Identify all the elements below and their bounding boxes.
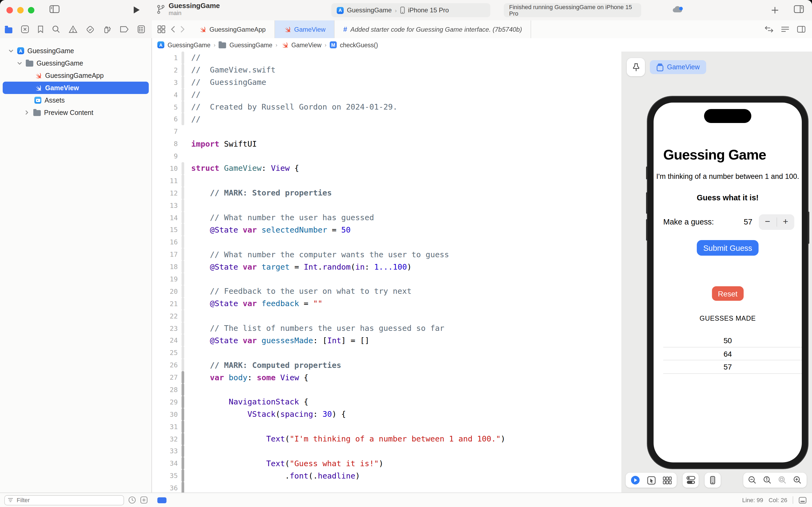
code-editor[interactable]: 1//2// GameView.swift3// GuessingGame4//… (152, 52, 621, 493)
code-line[interactable]: 14 // What number the user has guessed (152, 211, 621, 224)
toggle-bottom-panel-icon[interactable] (799, 497, 807, 504)
code-line[interactable]: 1// (152, 52, 621, 64)
stepper-decrement-button[interactable]: − (759, 216, 776, 227)
line-number[interactable]: 27 (152, 373, 178, 381)
chevron-down-icon[interactable] (7, 49, 14, 52)
zoom-window-button[interactable] (28, 7, 35, 13)
code-line[interactable]: 24 @State var guessesMade: [Int] = [] (152, 334, 621, 347)
line-number[interactable]: 2 (152, 66, 178, 74)
chevron-right-icon[interactable] (23, 110, 30, 115)
zoom-out-icon[interactable] (748, 476, 757, 485)
code-line[interactable]: 35 .font(.headline) (152, 470, 621, 482)
code-line[interactable]: 2// GameView.swift (152, 64, 621, 76)
line-number[interactable]: 7 (152, 127, 178, 135)
line-number[interactable]: 35 (152, 471, 178, 480)
code-line[interactable]: 33 (152, 445, 621, 457)
recent-files-icon[interactable] (128, 496, 136, 504)
code-line[interactable]: 19 (152, 273, 621, 285)
code-line[interactable]: 23 // The list of numbers the user has g… (152, 322, 621, 334)
code-line[interactable]: 13 (152, 199, 621, 211)
code-line[interactable]: 21 @State var feedback = "" (152, 297, 621, 310)
tree-item-guessinggameapp[interactable]: GuessingGameApp (0, 69, 152, 81)
preview-tab-gameview[interactable]: GameView (650, 60, 706, 74)
line-number[interactable]: 4 (152, 91, 178, 99)
line-number[interactable]: 13 (152, 201, 178, 209)
tree-item-preview-content[interactable]: Preview Content (0, 106, 152, 119)
tree-item-group[interactable]: GuessingGame (0, 57, 152, 69)
code-line[interactable]: 7 (152, 125, 621, 138)
add-tab-icon[interactable] (771, 6, 779, 14)
tests-nav-icon[interactable] (86, 25, 95, 34)
code-line[interactable]: 6// (152, 113, 621, 125)
go-forward-icon[interactable] (180, 26, 185, 33)
line-number[interactable]: 28 (152, 386, 178, 394)
line-number[interactable]: 12 (152, 189, 178, 197)
stepper-increment-button[interactable]: + (777, 216, 794, 227)
selectable-mode-icon[interactable] (647, 475, 656, 485)
code-line[interactable]: 28 (152, 384, 621, 396)
line-number[interactable]: 18 (152, 263, 178, 271)
code-review-icon[interactable] (765, 26, 773, 33)
line-number[interactable]: 34 (152, 459, 178, 467)
zoom-100-icon[interactable] (763, 476, 772, 485)
breakpoints-toggle-button[interactable] (157, 497, 167, 503)
line-number[interactable]: 16 (152, 238, 178, 246)
code-line[interactable]: 3// GuessingGame (152, 76, 621, 89)
related-items-icon[interactable] (157, 25, 165, 33)
line-number[interactable]: 15 (152, 226, 178, 234)
scheme-target[interactable]: GuessingGame (347, 6, 392, 14)
line-number[interactable]: 26 (152, 361, 178, 369)
line-number[interactable]: 11 (152, 177, 178, 185)
toggle-left-sidebar-icon[interactable] (49, 5, 60, 13)
line-number[interactable]: 14 (152, 214, 178, 222)
toggle-right-sidebar-icon[interactable] (794, 5, 804, 13)
minimize-window-button[interactable] (17, 7, 23, 13)
line-number[interactable]: 25 (152, 349, 178, 357)
breadcrumb-symbol[interactable]: checkGuess() (340, 42, 378, 48)
code-line[interactable]: 31 (152, 420, 621, 433)
scheme-selector[interactable]: GuessingGame › iPhone 15 Pro (331, 3, 490, 17)
live-preview-icon[interactable] (631, 475, 640, 485)
pin-preview-button[interactable] (627, 58, 645, 76)
code-line[interactable]: 25 (152, 347, 621, 359)
line-number[interactable]: 1 (152, 54, 178, 62)
code-line[interactable]: 20 // Feedback to the user on what to tr… (152, 285, 621, 297)
run-button[interactable] (133, 6, 140, 14)
line-number[interactable]: 6 (152, 115, 178, 123)
line-number[interactable]: 22 (152, 312, 178, 320)
line-number[interactable]: 10 (152, 164, 178, 172)
line-number[interactable]: 23 (152, 324, 178, 332)
code-line[interactable]: 36 (152, 482, 621, 493)
device-settings-button[interactable] (683, 472, 699, 488)
code-line[interactable]: 11 (152, 175, 621, 187)
tab-gameview[interactable]: GameView (275, 20, 335, 38)
line-number[interactable]: 5 (152, 103, 178, 111)
code-line[interactable]: 27 var body: some View { (152, 371, 621, 384)
issues-nav-icon[interactable] (69, 25, 77, 33)
tree-item-project-root[interactable]: GuessingGame (0, 45, 152, 57)
line-number[interactable]: 19 (152, 275, 178, 283)
line-number[interactable]: 8 (152, 139, 178, 148)
tab-guessinggameapp[interactable]: GuessingGameApp (190, 20, 275, 38)
breadcrumb-project[interactable]: GuessingGame (168, 42, 211, 48)
code-line[interactable]: 34 Text("Guess what it is!") (152, 457, 621, 470)
breadcrumb-group[interactable]: GuessingGame (230, 42, 273, 48)
submit-guess-button[interactable]: Submit Guess (697, 240, 759, 256)
line-number[interactable]: 20 (152, 287, 178, 295)
line-number[interactable]: 9 (152, 152, 178, 160)
line-number[interactable]: 3 (152, 78, 178, 86)
bookmarks-nav-icon[interactable] (38, 25, 44, 33)
add-editor-icon[interactable] (797, 26, 806, 33)
line-number[interactable]: 32 (152, 435, 178, 443)
breakpoints-nav-icon[interactable] (120, 26, 129, 33)
line-number[interactable]: 29 (152, 398, 178, 406)
line-number[interactable]: 31 (152, 422, 178, 431)
line-number[interactable]: 36 (152, 484, 178, 492)
go-back-icon[interactable] (171, 26, 175, 33)
code-line[interactable]: 8import SwiftUI (152, 137, 621, 150)
code-line[interactable]: 32 Text("I'm thinking of a number betwee… (152, 433, 621, 445)
source-control-nav-icon[interactable] (21, 25, 29, 33)
close-window-button[interactable] (6, 7, 13, 13)
zoom-in-icon[interactable] (793, 476, 802, 485)
line-number[interactable]: 17 (152, 250, 178, 258)
